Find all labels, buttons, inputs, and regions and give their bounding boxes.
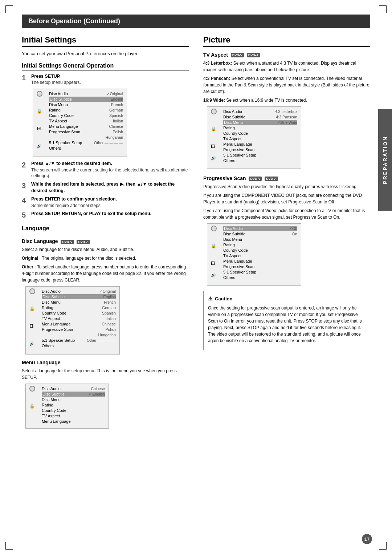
menu-icons-tv: 🔒 🎞 🔊	[211, 109, 219, 166]
tv-aspect-text-2: 4:3 Panscan: Select when a conventional …	[203, 75, 370, 95]
menu-item-row: 5.1 Speaker SetupOther — — — —	[42, 338, 116, 343]
lock-icon-prog: 🔒	[211, 243, 216, 248]
menu-icons-prog: 🔒 🎞 🔊	[211, 226, 219, 283]
menu-item-row: Disc MenuFrench	[42, 300, 116, 305]
step-2-head: Press ▲/▼ to select the desired item.	[31, 161, 189, 167]
menu-item-row: Hungarian	[42, 332, 116, 337]
menu-items-col-3: Disc AudioChinese Disc Subtitle✓ English…	[42, 386, 105, 426]
prog-scan-title: Progressive Scan DVD-V DVD-A	[203, 175, 370, 181]
caution-text: Once the setting for progressive scan ou…	[208, 305, 366, 344]
prog-scan-text-1: Progressive Scan Video provides the high…	[203, 183, 370, 190]
menu-item-row: Progressive Scan	[223, 264, 297, 269]
disc-icon-tv	[211, 109, 217, 114]
step-2-body: The screen will show the current setting…	[31, 167, 189, 179]
step-4-head: Press ENTER to confirm your selection.	[31, 196, 189, 203]
icon-row-empty7	[37, 149, 45, 154]
menu-item-row: Menu LanguageChinese	[42, 321, 116, 327]
icon-row-lock: 🔒	[37, 109, 45, 114]
menu-item-row: TV AspectItalian	[42, 316, 116, 321]
menu-item-row: Disc Menu	[223, 237, 297, 242]
step-3: 3 While the desired item is selected, pr…	[22, 181, 189, 194]
badge-dvd-a-2: DVD-A	[247, 53, 260, 57]
badge-dvd-a-3: DVD-A	[265, 177, 278, 181]
menu-icons-3: 🔒	[29, 386, 37, 426]
menu-item-row: Disc MenuFrench	[49, 102, 123, 107]
icon-row-film: 🎞	[37, 126, 45, 131]
menu-item-row-hl: Disc Menu✓16:9 Wide	[223, 120, 297, 125]
menu-item-row: Progressive Scan	[223, 147, 297, 152]
menu-item-row: Rating	[42, 402, 105, 408]
prog-scan-text-3: If you are using the Component Video jac…	[203, 207, 370, 220]
menu-box-1: 🔒 🎞 🔊 Disc Audio✓Original Disc SubtitleE…	[33, 89, 127, 157]
menu-box-prog: 🔒 🎞 🔊 Disc Audio✓Off Disc SubtitleOn Dis…	[207, 223, 301, 286]
step-4-body: Some items require additional steps.	[31, 203, 189, 209]
menu-item-row: Disc Menu	[42, 397, 105, 402]
header-bar: Before Operation (Continued)	[22, 15, 370, 28]
lock-icon: 🔒	[37, 109, 42, 114]
menu-item-row: Disc Subtitle4:3 Panscan	[223, 114, 297, 119]
step-5: 5 Press SETUP, RETURN, or PLAY to exit t…	[22, 211, 189, 219]
icon-row-empty1	[37, 97, 45, 102]
menu-item-row: TV Aspect	[223, 136, 297, 141]
step-3-number: 3	[22, 181, 28, 194]
main-title: Initial Settings	[22, 35, 189, 47]
menu-item-row: Country Code	[42, 408, 105, 413]
caution-box: ⚠ Caution Once the setting for progressi…	[203, 291, 370, 350]
menu-item-row: 5.1 Speaker Setup	[223, 270, 297, 275]
disc-icon	[37, 91, 42, 97]
menu-item-row: Disc Audio✓Original	[42, 289, 116, 294]
badge-dvd-a-1: DVD-A	[77, 240, 90, 244]
icon-row-empty2	[37, 103, 45, 108]
film-icon-tv: 🎞	[211, 144, 215, 149]
tv-aspect-text-3: 16:9 Wide: Select when a 16:9 wide TV is…	[203, 97, 370, 104]
film-icon: 🎞	[37, 126, 41, 131]
step-5-head: Press SETUP, RETURN, or PLAY to exit the…	[31, 211, 189, 217]
menu-item-row: 5.1 Speaker SetupOther — — — —	[49, 140, 123, 145]
icon-row-empty6	[37, 138, 45, 143]
header-title: Before Operation (Continued)	[28, 17, 120, 25]
step-1-number: 1	[22, 73, 28, 86]
caution-title: ⚠ Caution	[208, 295, 366, 303]
badge-dvd-v-1: DVD-V	[61, 240, 74, 244]
lock-icon-tv: 🔒	[211, 126, 216, 131]
icon-row-speaker: 🔊	[37, 143, 45, 149]
step-2-number: 2	[22, 161, 28, 179]
speaker-icon-prog: 🔊	[211, 273, 216, 278]
step-5-number: 5	[22, 211, 28, 219]
disc-lang-text1: Select a language for the disc's Menu, A…	[22, 246, 189, 253]
menu-item-row: RatingGerman	[42, 305, 116, 310]
icon-row-empty5	[37, 132, 45, 137]
menu-item-row-hl: Disc SubtitleEnglish	[42, 294, 116, 299]
step-2-content: Press ▲/▼ to select the desired item. Th…	[31, 161, 189, 179]
icon-row-disc	[37, 91, 45, 96]
badge-dvd-v-2: DVD-V	[231, 53, 244, 57]
menu-icons-1: 🔒 🎞 🔊	[37, 91, 45, 154]
menu-item-row: Rating	[223, 242, 297, 247]
menu-items-col-tv: Disc Audio4:3 Letterbox Disc Subtitle4:3…	[223, 109, 297, 166]
menu-item-row: TV AspectItalian	[49, 118, 123, 123]
tv-aspect-text-1: 4:3 Letterbox: Select when a standard 4:…	[203, 60, 370, 73]
menu-items-col-1: Disc Audio✓Original Disc SubtitleEnglish…	[49, 91, 123, 154]
menu-box-3: 🔒 Disc AudioChinese Disc Subtitle✓ Engli…	[25, 384, 109, 429]
menu-item-row: TV Aspect	[223, 253, 297, 258]
speaker-icon-2: 🔊	[29, 341, 34, 346]
menu-item-row: Others	[223, 275, 297, 280]
disc-lang-title: Disc Language DVD-V DVD-A	[22, 238, 189, 244]
disc-icon-prog	[211, 226, 217, 231]
menu-icons-2: 🔒 🎞 🔊	[29, 289, 37, 352]
step-1-head: Press SETUP.	[31, 73, 189, 80]
step-2: 2 Press ▲/▼ to select the desired item. …	[22, 161, 189, 179]
menu-item-row: Menu Language	[42, 419, 105, 424]
menu-items-col-prog: Disc Audio✓Off Disc SubtitleOn Disc Menu…	[223, 226, 297, 283]
step-1-body: The setup menu appears.	[31, 80, 189, 86]
step-4-number: 4	[22, 196, 28, 208]
intro-text: You can set your own Personal Preference…	[22, 50, 189, 57]
menu-item-row: Country CodeSpanish	[49, 113, 123, 118]
step-4-content: Press ENTER to confirm your selection. S…	[31, 196, 189, 208]
menu-item-row: Disc Audio4:3 Letterbox	[223, 109, 297, 114]
picture-title: Picture	[203, 35, 370, 47]
menu-item-row: Progressive ScanPolish	[49, 129, 123, 134]
menu-item-row: Country CodeSpanish	[42, 311, 116, 316]
menu-item-row: TV Aspect	[42, 413, 105, 418]
menu-item-row: RatingGerman	[49, 108, 123, 113]
